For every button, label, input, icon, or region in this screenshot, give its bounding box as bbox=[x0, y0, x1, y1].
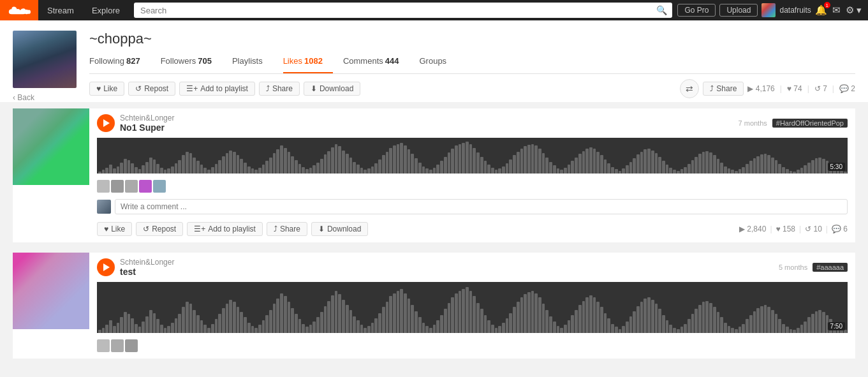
track-likes-1: ♥ 158 bbox=[776, 225, 796, 233]
download-button-top[interactable]: ⬇ Download bbox=[304, 82, 360, 96]
soundcloud-logo[interactable] bbox=[0, 0, 38, 20]
settings-icon[interactable]: ⚙ ▾ bbox=[846, 4, 862, 16]
stream-link[interactable]: Stream bbox=[38, 0, 83, 20]
plays-top: ▶ 4,176 bbox=[747, 84, 774, 93]
track-artist-2[interactable]: Schtein&Longer bbox=[120, 258, 174, 267]
followers-label: Followers bbox=[161, 56, 196, 66]
stat-comments[interactable]: Comments444 bbox=[343, 54, 409, 73]
waveform-mini-thumb bbox=[139, 180, 152, 193]
notification-badge: 1 bbox=[824, 2, 830, 8]
share-rect-button[interactable]: ⤴ Share bbox=[703, 82, 744, 96]
share-icon-top: ⤴ bbox=[266, 84, 270, 93]
profile-info: ~choppa~ Following827 Followers705 Playl… bbox=[89, 31, 855, 98]
track-artist-1[interactable]: Schtein&Longer bbox=[120, 114, 174, 122]
track-meta-right-2: 5 months #aaaaaa bbox=[779, 263, 848, 272]
likes-label: Likes bbox=[283, 56, 302, 66]
stat-following[interactable]: Following827 bbox=[89, 54, 151, 73]
following-count: 827 bbox=[126, 56, 140, 66]
track-duration-1: 5:30 bbox=[828, 163, 845, 171]
followers-count: 705 bbox=[198, 56, 212, 66]
like-label-top: Like bbox=[103, 84, 117, 93]
repost-icon-top: ↺ bbox=[135, 84, 142, 93]
play-button-2[interactable] bbox=[97, 258, 115, 276]
track-tag-2[interactable]: #aaaaaa bbox=[813, 263, 848, 272]
repost-button-1[interactable]: ↺ Repost bbox=[136, 222, 183, 236]
share-round-button[interactable]: ⇄ bbox=[680, 79, 699, 98]
download-icon-top: ⬇ bbox=[311, 84, 317, 93]
username-label[interactable]: datafruits bbox=[779, 6, 811, 15]
waveform-mini-thumb bbox=[111, 180, 124, 193]
comment-avatar-1 bbox=[97, 200, 111, 214]
likes-top: ♥ 74 bbox=[787, 84, 802, 93]
comment-area-1 bbox=[97, 199, 848, 214]
profile-avatar: Back bbox=[13, 31, 77, 102]
comments-label: Comments bbox=[343, 56, 383, 66]
share-label-top: Share bbox=[272, 84, 293, 93]
gopro-button[interactable]: Go Pro bbox=[677, 4, 716, 17]
share-icon-rect: ⤴ bbox=[710, 84, 714, 93]
play-button-1[interactable] bbox=[97, 114, 115, 132]
track-age-2: 5 months bbox=[779, 263, 807, 271]
track-comments-1: 💬 6 bbox=[832, 225, 848, 233]
repost-label-top: Repost bbox=[144, 84, 168, 93]
track-thumb-1 bbox=[13, 108, 89, 242]
comments-top: 💬 2 bbox=[839, 84, 855, 93]
nav-links: Stream Explore bbox=[38, 0, 129, 20]
profile-section: Back ~choppa~ Following827 Followers705 … bbox=[0, 20, 868, 102]
track-card-1: Schtein&Longer No1 Super 7 months #HardO… bbox=[13, 108, 855, 242]
upload-button[interactable]: Upload bbox=[719, 4, 758, 17]
profile-name: ~choppa~ bbox=[89, 31, 855, 47]
track-header-1: Schtein&Longer No1 Super 7 months #HardO… bbox=[97, 114, 848, 133]
like-button-1[interactable]: ♥ Like bbox=[97, 222, 132, 236]
sep2: | bbox=[807, 84, 809, 93]
comment-input-1[interactable] bbox=[115, 199, 848, 214]
stat-followers[interactable]: Followers705 bbox=[161, 54, 222, 73]
tracks-area: Schtein&Longer No1 Super 7 months #HardO… bbox=[0, 102, 868, 375]
track-age-1: 7 months bbox=[739, 119, 767, 127]
waveform-thumbnails-2 bbox=[97, 338, 848, 353]
add-to-playlist-button-1[interactable]: ☰+ Add to playlist bbox=[187, 222, 263, 236]
waveform-mini-thumb bbox=[111, 339, 124, 352]
like-label-1: Like bbox=[111, 225, 125, 233]
reposts-top: ↺ 7 bbox=[814, 84, 827, 93]
like-button-top[interactable]: ♥ Like bbox=[89, 82, 124, 96]
back-link[interactable]: Back bbox=[13, 93, 77, 102]
comments-count: 444 bbox=[385, 56, 399, 66]
explore-link[interactable]: Explore bbox=[83, 0, 129, 20]
track-title-2[interactable]: test bbox=[120, 267, 174, 277]
download-button-1[interactable]: ⬇ Download bbox=[311, 222, 368, 236]
track-text-2: Schtein&Longer test bbox=[120, 258, 174, 277]
track-header-2: Schtein&Longer test 5 months #aaaaaa bbox=[97, 258, 848, 277]
share-button-top[interactable]: ⤴ Share bbox=[259, 82, 300, 96]
repost-button-top[interactable]: ↺ Repost bbox=[128, 82, 175, 96]
track-text-1: Schtein&Longer No1 Super bbox=[120, 114, 174, 133]
track-card-2: Schtein&Longer test 5 months #aaaaaa 7:5… bbox=[13, 253, 855, 359]
track-title-1[interactable]: No1 Super bbox=[120, 122, 174, 133]
waveform-1[interactable]: 5:30 bbox=[97, 138, 848, 174]
waveform-thumbnails-1 bbox=[97, 179, 848, 194]
add-to-playlist-button-top[interactable]: ☰+ Add to playlist bbox=[179, 82, 255, 96]
likes-count: 1082 bbox=[304, 56, 323, 66]
waveform-mini-thumb bbox=[97, 180, 110, 193]
mail-icon[interactable]: ✉ bbox=[832, 4, 841, 16]
notification-icon[interactable]: 🔔 1 bbox=[815, 4, 827, 16]
playlists-label: Playlists bbox=[232, 56, 263, 66]
download-label-top: Download bbox=[320, 84, 353, 93]
download-label-1: Download bbox=[327, 225, 361, 233]
track-thumb-2 bbox=[13, 253, 89, 359]
stat-likes[interactable]: Likes1082 bbox=[283, 54, 333, 73]
waveform-2[interactable]: 7:50 bbox=[97, 282, 848, 333]
search-input[interactable] bbox=[134, 3, 672, 18]
svg-point-1 bbox=[27, 10, 31, 14]
playlist-icon-top: ☰+ bbox=[186, 84, 198, 93]
track-tag-1[interactable]: #HardOffOrientedPop bbox=[772, 119, 848, 128]
track-body-1: Schtein&Longer No1 Super 7 months #HardO… bbox=[89, 108, 855, 242]
profile-stats: Following827 Followers705 Playlists Like… bbox=[89, 54, 855, 74]
playlist-icon-1: ☰+ bbox=[194, 225, 205, 233]
topnav-right: Go Pro Upload datafruits 🔔 1 ✉ ⚙ ▾ bbox=[677, 3, 868, 17]
waveform-mini-thumb bbox=[125, 180, 138, 193]
avatar[interactable] bbox=[761, 3, 776, 17]
stat-groups[interactable]: Groups bbox=[419, 54, 457, 73]
stat-playlists[interactable]: Playlists bbox=[232, 54, 273, 73]
share-button-1[interactable]: ⤴ Share bbox=[267, 222, 307, 236]
